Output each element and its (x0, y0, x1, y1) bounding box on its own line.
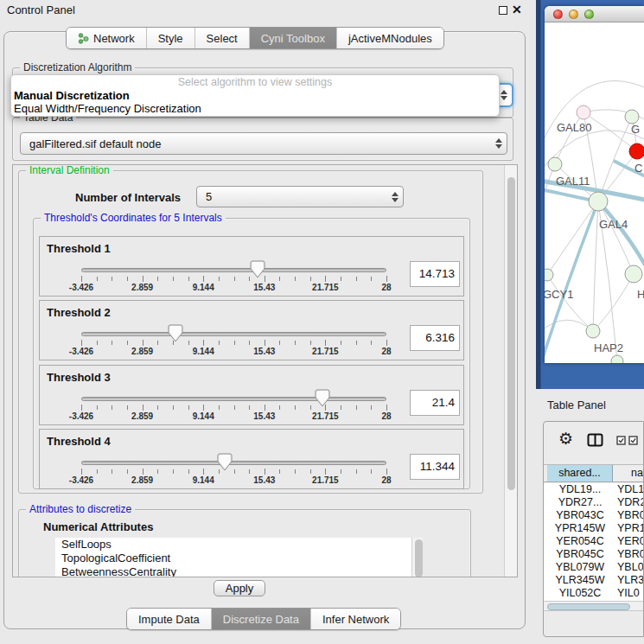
dropdown-hint: Select algorithm to view settings (11, 75, 499, 89)
tab-style[interactable]: Style (147, 28, 195, 48)
tick-label: 2.859 (131, 347, 153, 356)
network-icon (78, 33, 89, 44)
table-row[interactable]: YDR27...YDR2 (544, 496, 643, 509)
cell-name: YDR2 (617, 496, 643, 509)
tab-discretize-data[interactable]: Discretize Data (212, 609, 311, 629)
threshold-value-field[interactable]: 6.316 (410, 325, 460, 351)
attribute-item[interactable]: SelfLoops (55, 538, 411, 552)
settings-vertical-scrollbar[interactable] (504, 165, 517, 577)
table-row[interactable]: YER054CYER0 (544, 535, 643, 548)
tab-network[interactable]: Network (67, 28, 147, 48)
numerical-attributes-list[interactable]: SelfLoopsTopologicalCoefficientBetweenne… (55, 538, 411, 577)
table-data-group: Table Data galFiltered.sif default node (12, 118, 513, 161)
number-of-intervals-combobox[interactable]: 5 (196, 186, 404, 207)
network-node[interactable] (625, 110, 639, 124)
table-row[interactable]: YBR045CYBR0 (544, 548, 643, 561)
group-title: Attributes to discretize (26, 503, 135, 515)
network-canvas[interactable]: GAL80GCGAL11GAL4GCY1HHAP2 (545, 22, 644, 363)
tick-label: 21.715 (312, 411, 339, 421)
table-row[interactable]: YIL052CYIL0 (544, 587, 643, 600)
node-label: GCY1 (545, 288, 573, 301)
attribute-item[interactable]: TopologicalCoefficient (55, 552, 411, 565)
tick-label: 28 (381, 347, 391, 356)
close-icon[interactable]: ✕ (512, 3, 522, 16)
cell-name: YDL1 (617, 483, 643, 496)
cell-shared-name: YER054C (547, 535, 613, 548)
cell-name: YER0 (617, 535, 643, 548)
table-panel-title: Table Panel (547, 399, 606, 411)
network-node[interactable] (589, 192, 608, 211)
network-edge (593, 201, 598, 331)
minimize-traffic-light-icon[interactable] (569, 10, 578, 19)
threshold-label: Threshold 4 (47, 435, 111, 448)
table-data-combobox[interactable]: galFiltered.sif default node (20, 132, 507, 155)
threshold-value-field[interactable]: 14.713 (410, 261, 460, 287)
cell-name: YLR3 (617, 574, 643, 587)
threshold-slider-track[interactable] (81, 461, 386, 465)
network-node[interactable] (577, 105, 590, 119)
threshold-slider-track[interactable] (81, 397, 386, 401)
dropdown-option[interactable]: Equal Width/Frequency Discretization (11, 102, 499, 115)
network-node[interactable] (611, 355, 623, 363)
network-edge (555, 112, 583, 164)
apply-button[interactable]: Apply (214, 580, 265, 596)
node-label: GAL11 (556, 175, 590, 188)
table-row[interactable]: YLR345WYLR3 (544, 574, 643, 587)
table-row[interactable]: YPR145WYPR1 (544, 522, 643, 535)
tick-label: 2.859 (131, 283, 153, 292)
algorithm-dropdown-popup: Select algorithm to view settings Manual… (10, 74, 500, 117)
tab-select[interactable]: Select (195, 28, 250, 48)
slider-ticks (81, 405, 386, 411)
panel-title: Control Panel (7, 3, 75, 16)
threshold-value-field[interactable]: 11.344 (410, 454, 460, 480)
tick-label: 15.43 (253, 283, 275, 292)
tab-label: Discretize Data (223, 613, 299, 626)
tick-label: 9.144 (193, 283, 214, 292)
network-node[interactable] (548, 157, 562, 171)
gear-icon[interactable]: ⚙ (558, 429, 573, 449)
cell-name: YBL0 (617, 561, 643, 574)
tab-label: Network (93, 32, 135, 45)
table-row[interactable]: YDL19...YDL1 (544, 483, 643, 496)
threshold-box: Threshold 2 -3.4262.8599.14415.4321.7152… (39, 300, 464, 360)
attributes-list-scrollbar[interactable] (411, 538, 423, 577)
checkbox-icons[interactable] (616, 436, 638, 445)
table-row[interactable]: YBL079WYBL0 (544, 561, 643, 574)
table-row[interactable]: YBR043CYBR0 (544, 509, 643, 522)
close-traffic-light-icon[interactable] (553, 10, 563, 19)
tick-label: 28 (381, 411, 391, 421)
network-window-titlebar[interactable] (545, 6, 644, 22)
tab-infer-network[interactable]: Infer Network (311, 609, 400, 629)
threshold-slider-track[interactable] (81, 332, 386, 336)
float-window-icon[interactable] (499, 6, 507, 15)
cell-name: YIL0 (617, 587, 643, 600)
zoom-traffic-light-icon[interactable] (584, 10, 594, 19)
combo-arrows-icon (491, 138, 507, 149)
column-header-name[interactable]: na (614, 465, 643, 481)
tick-label: -3.426 (69, 411, 93, 421)
cell-shared-name: YPR145W (547, 522, 613, 535)
dropdown-option[interactable]: Manual Discretization (11, 89, 499, 102)
network-node[interactable] (586, 324, 600, 338)
tab-label: Cyni Toolbox (261, 32, 325, 45)
threshold-slider-track[interactable] (81, 268, 386, 272)
tick-label: 15.43 (253, 347, 275, 356)
tab-jactivemnodules[interactable]: jActiveMNodules (337, 28, 443, 48)
table-horizontal-scrollbar[interactable] (544, 601, 643, 611)
threshold-value-field[interactable]: 21.4 (410, 390, 460, 416)
tab-cyni-toolbox[interactable]: Cyni Toolbox (250, 28, 337, 48)
control-panel-titlebar: Control Panel ✕ (0, 0, 529, 21)
attribute-item[interactable]: BetweennessCentrality (55, 565, 411, 577)
threshold-box: Threshold 1 -3.4262.8599.14415.4321.7152… (39, 236, 464, 296)
slider-tick-labels: -3.4262.8599.14415.4321.71528 (81, 411, 386, 421)
split-table-icon[interactable] (587, 433, 603, 450)
tab-impute-data[interactable]: Impute Data (127, 609, 212, 629)
tab-label: Select (207, 32, 238, 45)
tick-label: 9.144 (193, 411, 214, 421)
network-node[interactable] (625, 265, 642, 283)
network-node[interactable] (629, 143, 644, 159)
network-node[interactable] (545, 269, 553, 281)
column-header-shared[interactable]: shared... (547, 465, 613, 481)
slider-ticks (81, 276, 386, 283)
slider-tick-labels: -3.4262.8599.14415.4321.71528 (81, 347, 386, 356)
